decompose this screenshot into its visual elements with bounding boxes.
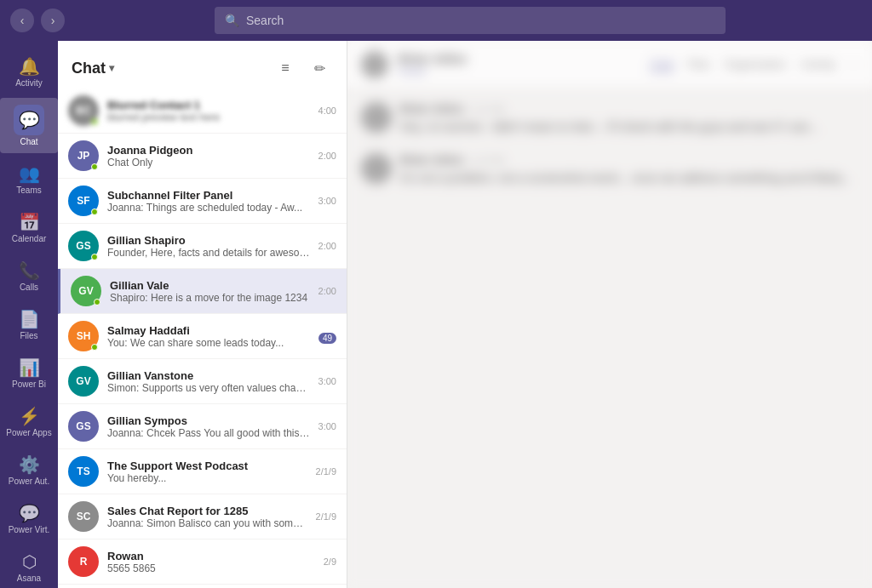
avatar-initials: GV	[78, 285, 93, 297]
chat-info: Salmay Haddafi You: We can share some le…	[107, 324, 310, 349]
tab-organization[interactable]: Organization	[724, 58, 787, 71]
message-sender: Brian Julius	[400, 102, 463, 115]
sidebar-item-powerapps[interactable]: ⚡ Power Apps	[0, 399, 58, 444]
message-text-2: It's not a problem, not a screenshot eve…	[400, 169, 858, 187]
chat-name: Salmay Haddafi	[107, 324, 310, 337]
chat-list-item[interactable]: R Rowan 5565 5865 2/9	[58, 539, 347, 585]
tab-activity[interactable]: Activity	[800, 58, 835, 71]
avatar: GS	[68, 411, 99, 442]
compose-button[interactable]: ✏	[306, 54, 333, 82]
calendar-icon: 📅	[19, 212, 39, 232]
avatar-initials: BC	[76, 105, 90, 117]
avatar: R	[68, 546, 99, 577]
calls-icon: 📞	[19, 260, 39, 281]
sidebar-item-powerbi[interactable]: 📊 Power Bi	[0, 351, 58, 396]
chat-info: Sales Chat Report for 1285 Joanna: Simon…	[107, 505, 307, 529]
avatar-initials: TS	[77, 465, 89, 477]
chat-list-item[interactable]: F Files 2/9	[58, 585, 347, 588]
avatar-initials: GV	[76, 375, 90, 387]
sidebar-item-powerbi-label: Power Bi	[12, 380, 46, 389]
chat-meta: 3:00	[318, 196, 336, 206]
sidebar-item-powervirtual[interactable]: 💬 Power Virt.	[0, 496, 58, 541]
chat-list-item[interactable]: BC Blurred Contact 1 blurred preview tex…	[58, 88, 347, 134]
message-group: Brian Julius 1:21 AM Hey, no worries - d…	[361, 102, 858, 136]
search-bar[interactable]: 🔍	[215, 7, 726, 34]
search-input[interactable]	[246, 14, 715, 27]
chat-list-item[interactable]: GS Gillian Shapiro Founder, Here, facts …	[58, 224, 347, 269]
sidebar-item-calendar[interactable]: 📅 Calendar	[0, 205, 58, 250]
chat-list-item[interactable]: GS Gillian Sympos Joanna: Chcek Pass You…	[58, 404, 347, 449]
sidebar-item-asana[interactable]: ⬡ Asana	[0, 545, 58, 588]
message-avatar-2	[361, 153, 392, 184]
online-indicator	[91, 344, 98, 351]
sidebar-item-activity[interactable]: 🔔 Activity	[0, 49, 58, 94]
sidebar-item-powervirtual-label: Power Virt.	[9, 525, 50, 534]
sidebar-item-calendar-label: Calendar	[12, 234, 47, 243]
tab-more[interactable]: ···	[849, 58, 858, 71]
chat-meta: 2/1/9	[316, 466, 336, 477]
chat-meta: 2:00	[318, 151, 336, 161]
avatar-initials: JP	[77, 150, 90, 162]
chat-meta: 3:00	[318, 421, 336, 431]
forward-button[interactable]: ›	[41, 9, 65, 32]
tab-chat[interactable]: Chat	[650, 57, 673, 71]
online-indicator	[91, 118, 98, 125]
sidebar-item-files[interactable]: 📄 Files	[0, 302, 58, 347]
chat-info: Gillian Shapiro Founder, Here, facts and…	[107, 234, 310, 259]
chat-name: The Support West Podcast	[107, 460, 307, 472]
chat-list-item[interactable]: SH Salmay Haddafi You: We can share some…	[58, 314, 347, 359]
chat-list-item[interactable]: SF Subchannel Filter Panel Joanna: Thing…	[58, 179, 347, 224]
nav-arrows: ‹ ›	[10, 9, 65, 32]
tab-files[interactable]: Files	[687, 58, 710, 71]
chat-time: 2/1/9	[316, 466, 336, 477]
chat-time: 2/1/9	[316, 511, 336, 522]
avatar-initials: GS	[76, 420, 90, 432]
chat-list-item[interactable]: GV Gillian Vale Shapiro: Here is a move …	[58, 269, 347, 314]
chat-info: Gillian Vale Shapiro: Here is a move for…	[110, 279, 310, 304]
message-time-2: 1:22 AM	[470, 155, 504, 165]
chat-preview: Joanna: Things are scheduled today - Aw.…	[107, 202, 310, 214]
chat-time: 3:00	[318, 196, 336, 206]
chat-info: Subchannel Filter Panel Joanna: Things a…	[107, 189, 310, 214]
chat-info: Joanna Pidgeon Chat Only	[107, 144, 310, 168]
sidebar-item-chat[interactable]: 💬 Chat	[0, 98, 58, 153]
chat-list-title[interactable]: Chat ▾	[72, 60, 114, 77]
sidebar-item-files-label: Files	[20, 331, 37, 340]
message-sender-2: Brian Julius	[400, 153, 463, 166]
chat-name: Joanna Pidgeon	[107, 144, 310, 157]
filter-button[interactable]: ≡	[272, 54, 299, 82]
avatar: BC	[68, 95, 99, 126]
chat-list-item[interactable]: TS The Support West Podcast You hereby..…	[58, 449, 347, 494]
chat-preview: You hereby...	[107, 472, 307, 484]
sidebar-item-activity-label: Activity	[15, 78, 43, 88]
asana-icon: ⬡	[19, 551, 39, 572]
chat-info: The Support West Podcast You hereby...	[107, 460, 307, 484]
chat-preview: Joanna: Simon Balisco can you with somet…	[107, 517, 307, 529]
message-text: Hey, no worries - didn't mean to inter..…	[400, 118, 858, 136]
chat-list-item[interactable]: SC Sales Chat Report for 1285 Joanna: Si…	[58, 494, 347, 539]
chat-meta: 2:00	[318, 286, 336, 296]
files-icon: 📄	[19, 309, 39, 329]
chat-time: 2:00	[318, 151, 336, 161]
chat-list-item[interactable]: GV Gillian Vanstone Simon: Supports us v…	[58, 359, 347, 404]
chat-meta: 2:00	[318, 241, 336, 251]
main-area: 🔔 Activity 💬 Chat 👥 Teams 📅 Calendar 📞 C…	[0, 41, 872, 588]
chat-items: BC Blurred Contact 1 blurred preview tex…	[58, 88, 347, 588]
sidebar-item-calls-label: Calls	[20, 283, 38, 292]
powerbi-icon: 📊	[19, 357, 39, 378]
sidebar-item-calls[interactable]: 📞 Calls	[0, 254, 58, 299]
chat-list-item[interactable]: JP Joanna Pidgeon Chat Only 2:00	[58, 134, 347, 179]
chat-preview: blurred preview text here	[107, 111, 310, 123]
search-icon: 🔍	[225, 14, 239, 27]
sidebar-item-powerautomate[interactable]: ⚙️ Power Aut.	[0, 448, 58, 493]
avatar-initials: SH	[77, 330, 91, 342]
chat-meta: 4:00	[318, 106, 336, 116]
back-button[interactable]: ‹	[10, 9, 34, 32]
sidebar-item-teams[interactable]: 👥 Teams	[0, 157, 58, 202]
chat-preview: Founder, Here, facts and details for awe…	[107, 247, 310, 259]
activity-icon: 🔔	[19, 56, 39, 77]
online-indicator	[91, 163, 98, 170]
online-indicator	[91, 254, 98, 260]
chat-name: Blurred Contact 1	[107, 99, 310, 111]
chat-info: Gillian Vanstone Simon: Supports us very…	[107, 369, 310, 394]
